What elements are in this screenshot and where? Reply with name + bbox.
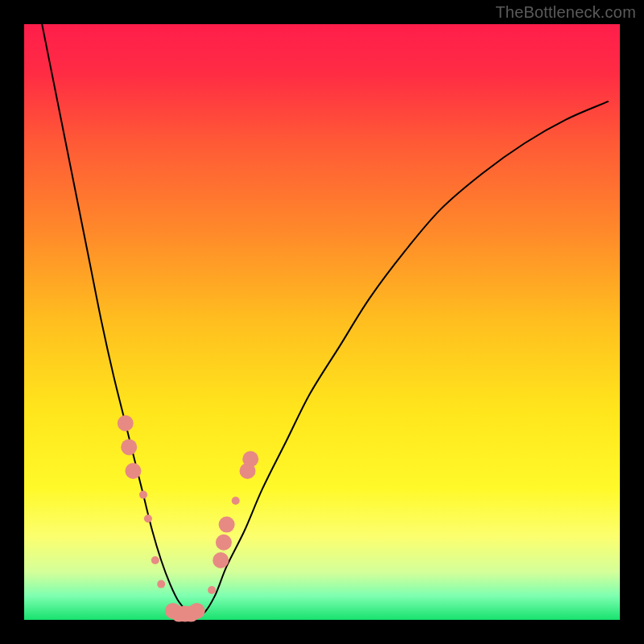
highlight-marker: [208, 586, 216, 594]
highlight-marker: [157, 580, 165, 588]
gradient-background: [24, 24, 620, 620]
highlight-marker: [118, 415, 134, 431]
highlight-marker: [232, 497, 240, 505]
highlight-marker: [121, 439, 137, 455]
chart-svg: [0, 0, 644, 644]
highlight-marker: [151, 556, 159, 564]
highlight-marker: [242, 451, 258, 467]
highlight-marker: [189, 603, 205, 619]
highlight-marker: [125, 463, 141, 479]
watermark-text: TheBottleneck.com: [495, 3, 636, 22]
highlight-marker: [144, 514, 152, 522]
highlight-marker: [219, 517, 235, 533]
highlight-marker: [213, 552, 229, 568]
chart-stage: TheBottleneck.com: [0, 0, 644, 644]
highlight-marker: [216, 535, 232, 551]
highlight-marker: [139, 491, 147, 499]
